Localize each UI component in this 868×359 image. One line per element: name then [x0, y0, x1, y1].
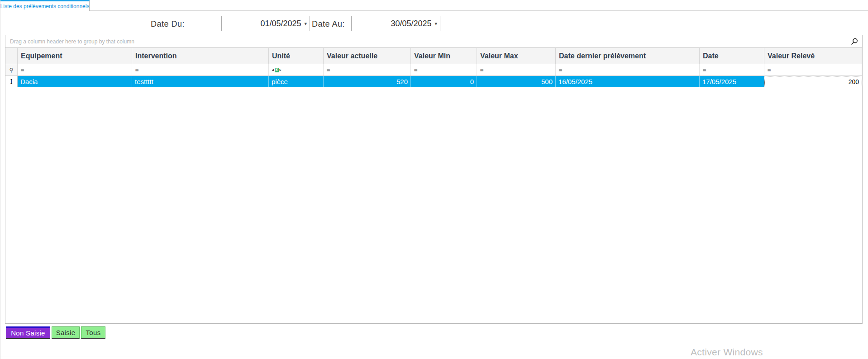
- filter-cell-equipement[interactable]: =: [18, 64, 132, 76]
- filter-cell-date-dernier-prelevement[interactable]: =: [556, 64, 700, 76]
- filter-cell-intervention[interactable]: =: [132, 64, 269, 76]
- grid-empty-area[interactable]: [5, 87, 863, 324]
- filter-cell-unite[interactable]: aBc: [269, 64, 324, 76]
- tab-liste-prelevements[interactable]: Liste des prélèvements conditionnels: [0, 0, 90, 11]
- column-header-date-dernier-prelevement[interactable]: Date dernier prélèvement: [556, 48, 700, 64]
- equals-filter-icon[interactable]: =: [768, 67, 771, 73]
- date-from-input[interactable]: 01/05/2025 ▾: [221, 16, 310, 31]
- column-header-valeur-releve[interactable]: Valeur Relevé: [764, 48, 862, 64]
- date-to-input[interactable]: 30/05/2025 ▾: [351, 16, 440, 31]
- filter-row-indicator: ⚲: [5, 64, 18, 76]
- cell-intervention[interactable]: testtttt: [132, 76, 269, 87]
- equals-filter-icon[interactable]: =: [135, 67, 139, 73]
- date-to-value: 30/05/2025: [391, 19, 431, 28]
- date-to-label: Date Au:: [312, 19, 345, 29]
- date-from-label: Date Du:: [151, 19, 185, 29]
- search-icon[interactable]: [849, 37, 859, 47]
- cell-valeur-releve-editor[interactable]: 200: [764, 76, 862, 87]
- filter-cell-valeur-max[interactable]: =: [477, 64, 556, 76]
- row-focus-icon: I: [10, 79, 13, 85]
- grid-filter-row: ⚲ = = aBc = = = = = =: [5, 64, 863, 76]
- equals-filter-icon[interactable]: =: [559, 67, 563, 73]
- column-header-valeur-min[interactable]: Valeur Min: [411, 48, 477, 64]
- saisie-button[interactable]: Saisie: [52, 326, 80, 339]
- abc-filter-icon[interactable]: aBc: [272, 68, 281, 72]
- grid-header-row: Equipement Intervention Unité Valeur act…: [5, 48, 863, 64]
- cell-date[interactable]: 17/05/2025: [700, 76, 764, 87]
- cell-unite[interactable]: pièce: [269, 76, 324, 87]
- row-focus-indicator: I: [5, 76, 18, 87]
- cell-valeur-actuelle[interactable]: 520: [324, 76, 411, 87]
- date-from-value: 01/05/2025: [260, 19, 301, 28]
- group-by-panel[interactable]: Drag a column header here to group by th…: [5, 35, 863, 48]
- column-header-unite[interactable]: Unité: [269, 48, 324, 64]
- cell-valeur-min[interactable]: 0: [411, 76, 477, 87]
- app-window: { "tab": { "label": "Liste des prélèveme…: [0, 0, 868, 359]
- dropdown-arrow-icon[interactable]: ▾: [304, 21, 307, 26]
- dropdown-arrow-icon[interactable]: ▾: [434, 21, 437, 26]
- equals-filter-icon[interactable]: =: [21, 67, 24, 73]
- filter-cell-valeur-releve[interactable]: =: [764, 64, 862, 76]
- footer-button-bar: Non Saisie Saisie Tous: [6, 326, 107, 339]
- tous-button[interactable]: Tous: [81, 326, 105, 339]
- filter-cell-valeur-actuelle[interactable]: =: [324, 64, 411, 76]
- cell-valeur-max[interactable]: 500: [477, 76, 556, 87]
- table-row-selected[interactable]: I Dacia testtttt pièce 520 0 500 16/05/2…: [5, 76, 863, 87]
- column-header-valeur-max[interactable]: Valeur Max: [477, 48, 556, 64]
- group-by-panel-text: Drag a column header here to group by th…: [10, 38, 134, 45]
- equals-filter-icon[interactable]: =: [414, 67, 418, 73]
- column-header-date[interactable]: Date: [700, 48, 764, 64]
- cell-date-dernier-prelevement[interactable]: 16/05/2025: [556, 76, 700, 87]
- equals-filter-icon[interactable]: =: [327, 67, 330, 73]
- column-header-valeur-actuelle[interactable]: Valeur actuelle: [324, 48, 411, 64]
- row-indicator-header: [5, 48, 18, 64]
- tab-label: Liste des prélèvements conditionnels: [0, 3, 90, 9]
- filter-pin-icon: ⚲: [10, 67, 14, 73]
- column-header-equipement[interactable]: Equipement: [18, 48, 132, 64]
- tabstrip-divider: [90, 10, 868, 11]
- cell-equipement[interactable]: Dacia: [18, 76, 132, 87]
- filter-cell-date[interactable]: =: [700, 64, 764, 76]
- equals-filter-icon[interactable]: =: [480, 67, 484, 73]
- windows-activation-watermark: Activer Windows: [691, 347, 763, 358]
- data-grid: Drag a column header here to group by th…: [5, 35, 863, 324]
- non-saisie-button[interactable]: Non Saisie: [6, 326, 50, 339]
- column-header-intervention[interactable]: Intervention: [132, 48, 269, 64]
- equals-filter-icon[interactable]: =: [703, 67, 706, 73]
- filter-cell-valeur-min[interactable]: =: [411, 64, 477, 76]
